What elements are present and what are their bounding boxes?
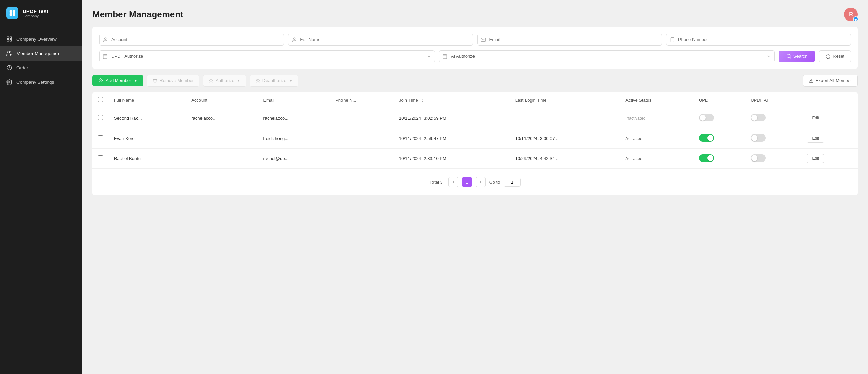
authorize-icon xyxy=(209,78,213,83)
phone-input[interactable] xyxy=(666,34,851,46)
ai-authorize-icon xyxy=(442,54,448,59)
updf-authorize-icon xyxy=(103,54,108,59)
row-updfai xyxy=(745,149,801,169)
edit-button[interactable]: Edit xyxy=(807,114,824,122)
brand-icon xyxy=(6,7,18,19)
fullname-input-wrap xyxy=(288,34,473,46)
updf-authorize-select[interactable]: UPDF Authorize xyxy=(99,50,435,62)
avatar-badge xyxy=(853,16,858,22)
deauthorize-dropdown-arrow: ▼ xyxy=(289,79,293,82)
member-table-wrapper: Full Name Account Email Phone N... Join … xyxy=(92,92,858,195)
svg-rect-16 xyxy=(671,37,674,42)
status-badge: Inactivated xyxy=(625,116,645,121)
row-updfai xyxy=(745,108,801,128)
updf-toggle-knob xyxy=(700,115,706,121)
pagination-page-1[interactable]: 1 xyxy=(462,177,472,187)
filter-row-2: UPDF Authorize xyxy=(99,50,851,62)
row-fullname: Second Rac... xyxy=(108,108,186,128)
add-member-icon xyxy=(99,78,104,83)
svg-rect-4 xyxy=(7,37,9,38)
export-icon xyxy=(809,78,814,83)
account-input-wrap xyxy=(99,34,284,46)
updf-toggle[interactable] xyxy=(699,154,714,162)
row-lastlogin xyxy=(510,108,620,128)
select-all-checkbox[interactable] xyxy=(98,97,103,102)
col-jointime[interactable]: Join Time xyxy=(393,92,510,108)
row-checkbox[interactable] xyxy=(98,115,103,120)
deauthorize-button[interactable]: Deauthorize ▼ xyxy=(250,75,298,87)
svg-rect-22 xyxy=(443,55,447,59)
svg-rect-2 xyxy=(10,13,12,16)
account-input[interactable] xyxy=(99,34,284,46)
goto-input[interactable] xyxy=(504,178,521,187)
edit-button[interactable]: Edit xyxy=(807,134,824,143)
notification-icon xyxy=(854,18,857,21)
pagination-prev[interactable] xyxy=(448,177,458,187)
col-lastlogin: Last Login Time xyxy=(510,92,620,108)
sidebar-item-company-overview[interactable]: Company Overview xyxy=(0,32,82,46)
reset-icon xyxy=(826,54,831,59)
email-input[interactable] xyxy=(477,34,662,46)
search-button[interactable]: Search xyxy=(779,51,815,62)
svg-rect-3 xyxy=(13,13,15,16)
svg-rect-7 xyxy=(10,40,12,41)
table-body: Second Rac... rachelacco... rachelacco..… xyxy=(92,108,858,169)
action-bar: Add Member ▼ Remove Member Authorize ▼ xyxy=(92,75,858,87)
remove-member-icon xyxy=(153,78,157,83)
sidebar-label-order: Order xyxy=(16,65,28,70)
authorize-button[interactable]: Authorize ▼ xyxy=(203,75,246,87)
account-icon xyxy=(103,37,108,42)
row-checkbox[interactable] xyxy=(98,155,103,160)
ai-authorize-select[interactable]: AI Authorize xyxy=(439,50,775,62)
phone-input-wrap xyxy=(666,34,851,46)
prev-icon xyxy=(451,180,455,184)
row-lastlogin: 10/11/2024, 3:00:07 ... xyxy=(510,128,620,149)
company-settings-icon xyxy=(6,79,12,85)
row-phone xyxy=(330,149,393,169)
row-checkbox-cell xyxy=(92,108,108,128)
svg-point-26 xyxy=(787,54,790,58)
sidebar-brand: UPDF Test Company xyxy=(0,0,82,26)
row-activestatus: Activated xyxy=(620,128,694,149)
updfai-toggle[interactable] xyxy=(751,114,766,121)
email-input-wrap xyxy=(477,34,662,46)
row-edit-cell: Edit xyxy=(801,108,858,128)
row-lastlogin: 10/29/2024, 4:42:34 ... xyxy=(510,149,620,169)
row-account xyxy=(186,149,258,169)
row-jointime: 10/11/2024, 2:59:47 PM xyxy=(393,128,510,149)
member-management-icon xyxy=(6,50,12,56)
brand-subtitle: Company xyxy=(23,14,48,18)
row-checkbox[interactable] xyxy=(98,135,103,140)
brand-name: UPDF Test xyxy=(23,8,48,14)
page-title: Member Management xyxy=(92,9,183,20)
pagination-next[interactable] xyxy=(476,177,486,187)
sidebar-item-member-management[interactable]: Member Management xyxy=(0,46,82,61)
reset-button[interactable]: Reset xyxy=(819,50,851,62)
updfai-toggle[interactable] xyxy=(751,154,766,162)
remove-member-button[interactable]: Remove Member xyxy=(147,75,199,87)
export-all-button[interactable]: Export All Member xyxy=(803,75,858,87)
fullname-input[interactable] xyxy=(288,34,473,46)
sidebar-label-company-overview: Company Overview xyxy=(16,37,57,42)
updf-toggle-knob xyxy=(707,155,713,161)
row-fullname: Evan Kore xyxy=(108,128,186,149)
row-fullname: Rachel Bontu xyxy=(108,149,186,169)
avatar-container[interactable]: R xyxy=(844,8,858,21)
updf-toggle[interactable] xyxy=(699,134,714,142)
row-activestatus: Activated xyxy=(620,149,694,169)
updf-toggle[interactable] xyxy=(699,114,714,121)
filter-row-1 xyxy=(99,34,851,46)
edit-button[interactable]: Edit xyxy=(807,154,824,163)
updfai-toggle[interactable] xyxy=(751,134,766,142)
row-phone xyxy=(330,128,393,149)
deauthorize-icon xyxy=(256,78,260,83)
goto-label: Go to xyxy=(489,180,500,185)
email-icon xyxy=(481,37,486,42)
sidebar-item-order[interactable]: Order xyxy=(0,61,82,75)
add-member-button[interactable]: Add Member ▼ xyxy=(92,75,143,86)
col-phone: Phone N... xyxy=(330,92,393,108)
sidebar-nav: Company Overview Member Management Order xyxy=(0,26,82,374)
sidebar-item-company-settings[interactable]: Company Settings xyxy=(0,75,82,89)
row-checkbox-cell xyxy=(92,128,108,149)
updf-toggle-knob xyxy=(707,135,713,141)
